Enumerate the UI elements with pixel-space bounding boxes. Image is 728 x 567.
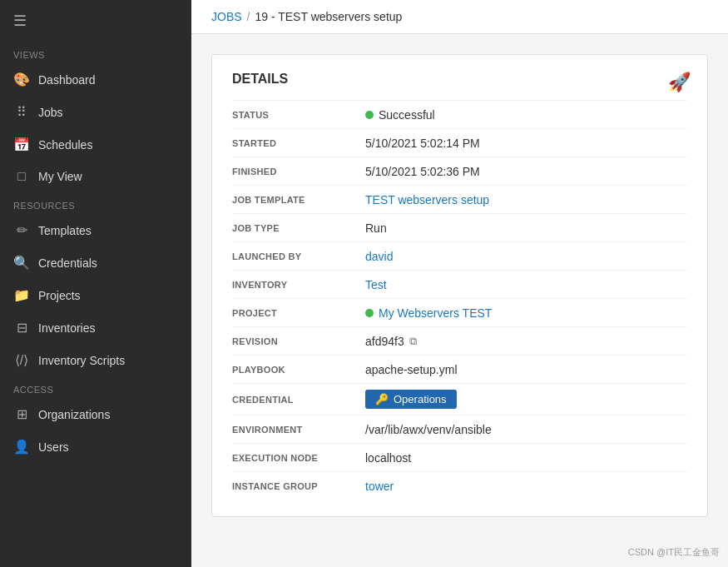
breadcrumb-page-title: 19 - TEST webservers setup <box>255 10 402 23</box>
detail-link[interactable]: TEST webservers setup <box>365 193 489 206</box>
detail-label: STATUS <box>232 110 365 120</box>
breadcrumb-separator: / <box>247 10 250 23</box>
projects-label: Projects <box>38 289 81 302</box>
key-icon: 🔑 <box>375 393 389 405</box>
detail-label: LAUNCHED BY <box>232 251 365 261</box>
status-text: Successful <box>379 108 435 122</box>
detail-label: CREDENTIAL <box>232 395 365 405</box>
detail-row-job-type: JOB TYPERun <box>232 213 687 241</box>
detail-value: TEST webservers setup <box>365 193 489 206</box>
jobs-label: Jobs <box>38 106 63 119</box>
schedules-icon: 📅 <box>13 137 30 152</box>
topbar: JOBS / 19 - TEST webservers setup <box>191 0 728 34</box>
detail-row-instance-group: INSTANCE GROUPtower <box>232 471 687 500</box>
detail-label: PROJECT <box>232 308 365 318</box>
watermark: CSDN @IT民工金鱼哥 <box>628 546 720 559</box>
sidebar-section-resources: RESOURCES <box>0 192 191 214</box>
detail-value: apache-setup.yml <box>365 363 458 376</box>
sidebar-item-inventories[interactable]: ⊟Inventories <box>0 311 191 344</box>
sidebar-item-users[interactable]: 👤Users <box>0 430 191 463</box>
detail-row-project: PROJECTMy Webservers TEST <box>232 298 687 326</box>
dashboard-icon: 🎨 <box>13 72 30 87</box>
details-card: DETAILS 🚀 STATUSSuccessfulSTARTED5/10/20… <box>211 54 708 517</box>
sidebar-item-templates[interactable]: ✏Templates <box>0 214 191 246</box>
detail-text: 5/10/2021 5:02:14 PM <box>365 137 480 150</box>
detail-label: PLAYBOOK <box>232 365 365 375</box>
breadcrumb-jobs-link[interactable]: JOBS <box>211 10 242 23</box>
dashboard-label: Dashboard <box>38 73 96 87</box>
templates-label: Templates <box>38 224 92 237</box>
revision-text: afd94f3 <box>365 335 404 348</box>
sidebar: ☰ VIEWS🎨Dashboard⠿Jobs📅Schedules□My View… <box>0 0 191 567</box>
detail-row-credential: CREDENTIAL🔑Operations <box>232 383 687 415</box>
my-view-icon: □ <box>13 169 30 184</box>
detail-label: INVENTORY <box>232 280 365 290</box>
detail-text: 5/10/2021 5:02:36 PM <box>365 165 480 178</box>
project-link[interactable]: My Webservers TEST <box>379 306 492 320</box>
detail-row-status: STATUSSuccessful <box>232 100 687 128</box>
detail-text: /var/lib/awx/venv/ansible <box>365 423 492 436</box>
detail-link[interactable]: david <box>365 250 393 263</box>
detail-row-revision: REVISIONafd94f3⧉ <box>232 326 687 355</box>
detail-value: 5/10/2021 5:02:14 PM <box>365 137 480 150</box>
organizations-icon: ⊞ <box>13 406 30 422</box>
detail-text: Run <box>365 221 387 235</box>
status-dot-green <box>365 111 374 119</box>
detail-link[interactable]: Test <box>365 278 387 291</box>
credential-badge-button[interactable]: 🔑Operations <box>365 390 457 409</box>
inventories-label: Inventories <box>38 321 95 335</box>
sidebar-section-views: VIEWS <box>0 42 191 63</box>
sidebar-section-access: ACCESS <box>0 376 191 398</box>
detail-label: ENVIRONMENT <box>232 425 365 435</box>
schedules-label: Schedules <box>38 138 92 152</box>
content-area: DETAILS 🚀 STATUSSuccessfulSTARTED5/10/20… <box>191 34 728 567</box>
detail-row-environment: ENVIRONMENT/var/lib/awx/venv/ansible <box>232 415 687 443</box>
main-area: JOBS / 19 - TEST webservers setup DETAIL… <box>191 0 728 567</box>
detail-value: localhost <box>365 451 411 465</box>
sidebar-item-organizations[interactable]: ⊞Organizations <box>0 398 191 430</box>
detail-link[interactable]: tower <box>365 480 394 493</box>
project-status-dot <box>365 309 374 317</box>
sidebar-item-inventory-scripts[interactable]: ⟨/⟩Inventory Scripts <box>0 344 191 376</box>
hamburger-icon[interactable]: ☰ <box>13 12 27 30</box>
sidebar-item-jobs[interactable]: ⠿Jobs <box>0 96 191 128</box>
credentials-label: Credentials <box>38 256 97 270</box>
users-icon: 👤 <box>13 439 30 455</box>
detail-value: Run <box>365 221 387 235</box>
sidebar-item-schedules[interactable]: 📅Schedules <box>0 128 191 161</box>
users-label: Users <box>38 440 69 454</box>
sidebar-item-projects[interactable]: 📁Projects <box>0 279 191 311</box>
detail-value: 🔑Operations <box>365 390 457 409</box>
sidebar-item-dashboard[interactable]: 🎨Dashboard <box>0 63 191 96</box>
detail-label: STARTED <box>232 138 365 148</box>
detail-row-playbook: PLAYBOOKapache-setup.yml <box>232 355 687 383</box>
detail-row-execution-node: EXECUTION NODElocalhost <box>232 443 687 471</box>
projects-icon: 📁 <box>13 287 30 303</box>
detail-value: tower <box>365 480 394 493</box>
detail-value: Test <box>365 278 387 291</box>
detail-label: INSTANCE GROUP <box>232 481 365 491</box>
details-section-title: DETAILS <box>232 72 687 87</box>
copy-icon[interactable]: ⧉ <box>409 335 417 348</box>
detail-value: david <box>365 250 393 263</box>
inventories-icon: ⊟ <box>13 320 30 336</box>
detail-value: 5/10/2021 5:02:36 PM <box>365 165 480 178</box>
credentials-icon: 🔍 <box>13 255 30 271</box>
detail-value: My Webservers TEST <box>365 306 492 320</box>
templates-icon: ✏ <box>13 222 30 238</box>
jobs-icon: ⠿ <box>13 104 30 120</box>
detail-value: afd94f3⧉ <box>365 335 417 348</box>
detail-label: JOB TYPE <box>232 223 365 233</box>
sidebar-item-credentials[interactable]: 🔍Credentials <box>0 246 191 279</box>
sidebar-item-my-view[interactable]: □My View <box>0 161 191 192</box>
detail-label: EXECUTION NODE <box>232 453 365 463</box>
detail-value: Successful <box>365 108 435 122</box>
detail-row-started: STARTED5/10/2021 5:02:14 PM <box>232 128 687 157</box>
detail-row-finished: FINISHED5/10/2021 5:02:36 PM <box>232 157 687 185</box>
inventory-scripts-label: Inventory Scripts <box>38 354 125 367</box>
sidebar-header: ☰ <box>0 0 191 42</box>
detail-text: apache-setup.yml <box>365 363 458 376</box>
detail-label: FINISHED <box>232 167 365 177</box>
detail-label: JOB TEMPLATE <box>232 195 365 205</box>
detail-text: localhost <box>365 451 411 465</box>
